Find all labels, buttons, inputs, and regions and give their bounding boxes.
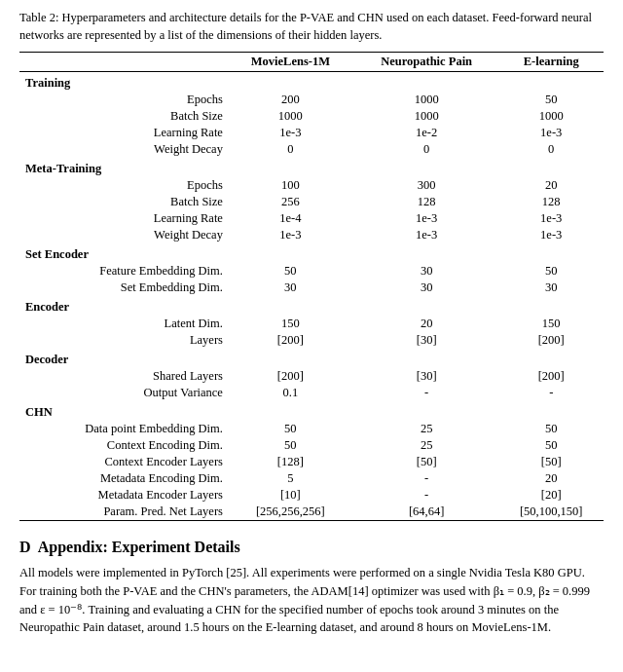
table-cell: - (354, 487, 499, 504)
table-cell: 1e-4 (227, 210, 354, 227)
table-row: Shared Layers[200][30][200] (19, 368, 604, 385)
table-cell: [128] (227, 454, 354, 470)
hyperparameters-table: MovieLens-1M Neuropathic Pain E-learning… (19, 52, 604, 521)
table-row: Param. Pred. Net Layers[256,256,256][64,… (19, 504, 604, 521)
table-cell: 100 (227, 177, 354, 194)
table-row: Latent Dim.15020150 (19, 316, 604, 332)
table-cell: 50 (227, 263, 354, 280)
table-cell: 1e-3 (498, 227, 604, 243)
table-cell: 1000 (354, 92, 499, 108)
col-header-label (19, 53, 227, 72)
section-header-encoder: Encoder (19, 296, 604, 316)
table-cell: [20] (498, 487, 604, 504)
table-cell: [10] (227, 487, 354, 504)
table-cell: Learning Rate (19, 125, 227, 141)
table-cell: 50 (498, 263, 604, 280)
table-cell: 5 (227, 470, 354, 487)
table-cell: 150 (498, 316, 604, 332)
table-row: Epochs10030020 (19, 177, 604, 194)
table-cell: 50 (498, 421, 604, 437)
table-cell: 0.1 (227, 385, 354, 401)
table-cell: 30 (227, 280, 354, 296)
table-row: Output Variance0.1-- (19, 385, 604, 401)
table-cell: 50 (227, 437, 354, 454)
table-cell: 200 (227, 92, 354, 108)
table-cell: 1e-3 (354, 210, 499, 227)
table-row: Learning Rate1e-41e-31e-3 (19, 210, 604, 227)
table-cell: [200] (227, 332, 354, 349)
table-cell: Weight Decay (19, 141, 227, 158)
table-cell: [200] (498, 332, 604, 349)
table-row: Weight Decay000 (19, 141, 604, 158)
table-cell: - (354, 385, 499, 401)
table-cell: 0 (498, 141, 604, 158)
table-cell: 1000 (227, 108, 354, 125)
table-cell: Feature Embedding Dim. (19, 263, 227, 280)
table-cell: 0 (227, 141, 354, 158)
appendix-paragraph: All models were implemented in PyTorch [… (19, 564, 604, 637)
table-cell: Epochs (19, 177, 227, 194)
table-cell: [50] (354, 454, 499, 470)
table-cell: Batch Size (19, 194, 227, 210)
col-header-elearning: E-learning (498, 53, 604, 72)
table-row: Data point Embedding Dim.502550 (19, 421, 604, 437)
table-cell: Batch Size (19, 108, 227, 125)
table-row: Context Encoder Layers[128][50][50] (19, 454, 604, 470)
table-cell: Set Embedding Dim. (19, 280, 227, 296)
table-caption: Table 2: Hyperparameters and architectur… (19, 10, 604, 44)
table-cell: Context Encoder Layers (19, 454, 227, 470)
table-cell: 300 (354, 177, 499, 194)
table-cell: [50] (498, 454, 604, 470)
table-cell: 1000 (354, 108, 499, 125)
table-row: Metadata Encoding Dim.5-20 (19, 470, 604, 487)
table-cell: [64,64] (354, 504, 499, 521)
table-cell: 0 (354, 141, 499, 158)
table-cell: Data point Embedding Dim. (19, 421, 227, 437)
table-cell: - (354, 470, 499, 487)
table-cell: 1e-2 (354, 125, 499, 141)
table-cell: [200] (498, 368, 604, 385)
table-row: Layers[200][30][200] (19, 332, 604, 349)
col-header-neuropathic: Neuropathic Pain (354, 53, 499, 72)
table-cell: Epochs (19, 92, 227, 108)
table-row: Weight Decay1e-31e-31e-3 (19, 227, 604, 243)
table-row: Batch Size256128128 (19, 194, 604, 210)
table-cell: Param. Pred. Net Layers (19, 504, 227, 521)
table-cell: 128 (498, 194, 604, 210)
table-cell: [200] (227, 368, 354, 385)
table-row: Metadata Encoder Layers[10]-[20] (19, 487, 604, 504)
table-cell: [30] (354, 368, 499, 385)
table-cell: Shared Layers (19, 368, 227, 385)
table-row: Learning Rate1e-31e-21e-3 (19, 125, 604, 141)
table-cell: 1e-3 (354, 227, 499, 243)
table-header-row: MovieLens-1M Neuropathic Pain E-learning (19, 53, 604, 72)
table-cell: [30] (354, 332, 499, 349)
table-cell: Metadata Encoder Layers (19, 487, 227, 504)
table-cell: 256 (227, 194, 354, 210)
table-cell: 1e-3 (227, 227, 354, 243)
table-cell: 1e-3 (498, 210, 604, 227)
table-cell: 20 (498, 470, 604, 487)
table-cell: Context Encoding Dim. (19, 437, 227, 454)
table-cell: 1000 (498, 108, 604, 125)
appendix-title: D Appendix: Experiment Details (19, 539, 604, 556)
table-cell: 30 (354, 280, 499, 296)
table-cell: Learning Rate (19, 210, 227, 227)
table-cell: 20 (354, 316, 499, 332)
table-cell: 20 (498, 177, 604, 194)
section-header-training: Training (19, 72, 604, 93)
table-row: Set Embedding Dim.303030 (19, 280, 604, 296)
table-cell: 50 (498, 92, 604, 108)
appendix-section: D Appendix: Experiment Details All model… (19, 539, 604, 637)
table-row: Epochs200100050 (19, 92, 604, 108)
table-cell: [50,100,150] (498, 504, 604, 521)
table-cell: [256,256,256] (227, 504, 354, 521)
section-header-meta-training: Meta-Training (19, 158, 604, 177)
table-cell: 25 (354, 421, 499, 437)
section-header-chn: CHN (19, 401, 604, 421)
table-cell: 30 (354, 263, 499, 280)
table-cell: 25 (354, 437, 499, 454)
table-cell: 1e-3 (227, 125, 354, 141)
table-row: Batch Size100010001000 (19, 108, 604, 125)
table-row: Context Encoding Dim.502550 (19, 437, 604, 454)
